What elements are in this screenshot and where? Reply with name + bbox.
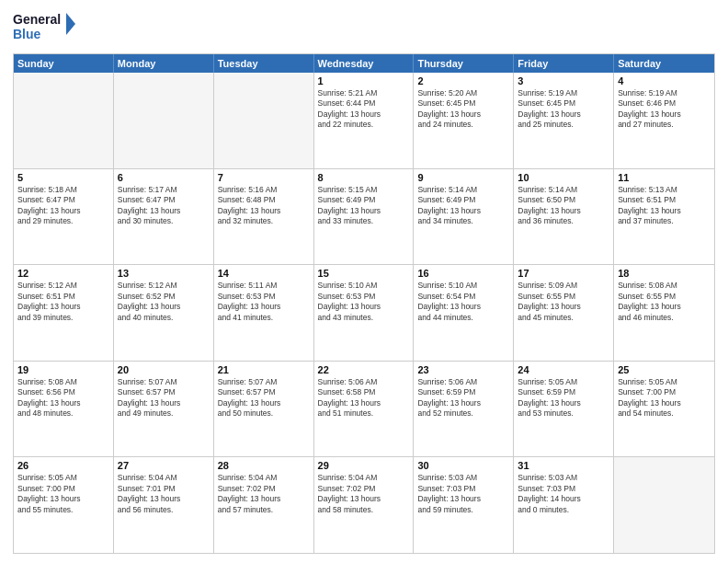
- calendar-cell: 12Sunrise: 5:12 AM Sunset: 6:51 PM Dayli…: [14, 265, 114, 361]
- day-number: 8: [318, 172, 410, 183]
- calendar-cell: 20Sunrise: 5:07 AM Sunset: 6:57 PM Dayli…: [114, 362, 214, 457]
- day-number: 19: [17, 364, 109, 375]
- cell-info: Sunrise: 5:06 AM Sunset: 6:59 PM Dayligh…: [417, 377, 509, 419]
- cell-info: Sunrise: 5:20 AM Sunset: 6:45 PM Dayligh…: [417, 88, 509, 131]
- calendar-cell: 29Sunrise: 5:04 AM Sunset: 7:02 PM Dayli…: [314, 457, 415, 553]
- weekday-header: Thursday: [414, 54, 514, 73]
- day-number: 1: [318, 75, 410, 86]
- calendar-cell: 16Sunrise: 5:10 AM Sunset: 6:54 PM Dayli…: [414, 265, 514, 361]
- cell-info: Sunrise: 5:08 AM Sunset: 6:56 PM Dayligh…: [17, 377, 109, 419]
- calendar-cell: 25Sunrise: 5:05 AM Sunset: 7:00 PM Dayli…: [614, 362, 714, 457]
- page: GeneralBlue SundayMondayTuesdayWednesday…: [0, 0, 728, 563]
- day-number: 21: [218, 364, 310, 375]
- day-number: 14: [218, 268, 310, 279]
- cell-info: Sunrise: 5:14 AM Sunset: 6:49 PM Dayligh…: [417, 185, 509, 227]
- calendar-cell: 13Sunrise: 5:12 AM Sunset: 6:52 PM Dayli…: [114, 265, 214, 361]
- day-number: 20: [118, 364, 210, 375]
- calendar-cell: 23Sunrise: 5:06 AM Sunset: 6:59 PM Dayli…: [414, 362, 514, 457]
- day-number: 18: [618, 268, 711, 279]
- weekday-header: Monday: [114, 54, 214, 73]
- day-number: 22: [318, 364, 410, 375]
- calendar-cell: 3Sunrise: 5:19 AM Sunset: 6:45 PM Daylig…: [514, 73, 614, 168]
- calendar-row: 5Sunrise: 5:18 AM Sunset: 6:47 PM Daylig…: [14, 169, 714, 266]
- calendar-cell: 15Sunrise: 5:10 AM Sunset: 6:53 PM Dayli…: [314, 265, 415, 361]
- cell-info: Sunrise: 5:08 AM Sunset: 6:55 PM Dayligh…: [618, 281, 711, 323]
- day-number: 24: [518, 364, 609, 375]
- logo-svg: GeneralBlue: [13, 9, 86, 48]
- day-number: 23: [417, 364, 509, 375]
- day-number: 27: [118, 460, 210, 471]
- day-number: 2: [417, 75, 509, 86]
- calendar-cell: [14, 73, 114, 168]
- cell-info: Sunrise: 5:07 AM Sunset: 6:57 PM Dayligh…: [218, 377, 310, 419]
- weekday-header: Saturday: [614, 54, 714, 73]
- cell-info: Sunrise: 5:05 AM Sunset: 7:00 PM Dayligh…: [17, 473, 109, 515]
- cell-info: Sunrise: 5:10 AM Sunset: 6:54 PM Dayligh…: [417, 281, 509, 323]
- day-number: 26: [17, 460, 109, 471]
- cell-info: Sunrise: 5:17 AM Sunset: 6:47 PM Dayligh…: [118, 185, 210, 227]
- calendar-cell: 21Sunrise: 5:07 AM Sunset: 6:57 PM Dayli…: [214, 362, 314, 457]
- calendar-cell: 19Sunrise: 5:08 AM Sunset: 6:56 PM Dayli…: [14, 362, 114, 457]
- day-number: 15: [318, 268, 410, 279]
- calendar-cell: 11Sunrise: 5:13 AM Sunset: 6:51 PM Dayli…: [614, 169, 714, 265]
- day-number: 25: [618, 364, 711, 375]
- calendar-cell: 10Sunrise: 5:14 AM Sunset: 6:50 PM Dayli…: [514, 169, 614, 265]
- calendar: SundayMondayTuesdayWednesdayThursdayFrid…: [13, 53, 715, 554]
- calendar-cell: 28Sunrise: 5:04 AM Sunset: 7:02 PM Dayli…: [214, 457, 314, 553]
- weekday-header: Wednesday: [314, 54, 415, 73]
- day-number: 9: [417, 172, 509, 183]
- calendar-cell: 4Sunrise: 5:19 AM Sunset: 6:46 PM Daylig…: [614, 73, 714, 168]
- logo: GeneralBlue: [13, 9, 86, 48]
- day-number: 12: [17, 268, 109, 279]
- cell-info: Sunrise: 5:21 AM Sunset: 6:44 PM Dayligh…: [318, 88, 410, 131]
- cell-info: Sunrise: 5:18 AM Sunset: 6:47 PM Dayligh…: [17, 185, 109, 227]
- calendar-cell: [614, 457, 714, 553]
- cell-info: Sunrise: 5:04 AM Sunset: 7:02 PM Dayligh…: [218, 473, 310, 515]
- calendar-cell: [214, 73, 314, 168]
- cell-info: Sunrise: 5:16 AM Sunset: 6:48 PM Dayligh…: [218, 185, 310, 227]
- calendar-cell: 6Sunrise: 5:17 AM Sunset: 6:47 PM Daylig…: [114, 169, 214, 265]
- cell-info: Sunrise: 5:03 AM Sunset: 7:03 PM Dayligh…: [417, 473, 509, 515]
- day-number: 28: [218, 460, 310, 471]
- day-number: 6: [118, 172, 210, 183]
- calendar-cell: 7Sunrise: 5:16 AM Sunset: 6:48 PM Daylig…: [214, 169, 314, 265]
- day-number: 30: [417, 460, 509, 471]
- cell-info: Sunrise: 5:07 AM Sunset: 6:57 PM Dayligh…: [118, 377, 210, 419]
- day-number: 4: [618, 75, 711, 86]
- cell-info: Sunrise: 5:05 AM Sunset: 6:59 PM Dayligh…: [518, 377, 609, 419]
- cell-info: Sunrise: 5:05 AM Sunset: 7:00 PM Dayligh…: [618, 377, 711, 419]
- calendar-cell: 18Sunrise: 5:08 AM Sunset: 6:55 PM Dayli…: [614, 265, 714, 361]
- calendar-cell: 5Sunrise: 5:18 AM Sunset: 6:47 PM Daylig…: [14, 169, 114, 265]
- day-number: 3: [518, 75, 609, 86]
- calendar-cell: 8Sunrise: 5:15 AM Sunset: 6:49 PM Daylig…: [314, 169, 415, 265]
- cell-info: Sunrise: 5:03 AM Sunset: 7:03 PM Dayligh…: [518, 473, 609, 515]
- weekday-header: Tuesday: [214, 54, 314, 73]
- calendar-cell: 1Sunrise: 5:21 AM Sunset: 6:44 PM Daylig…: [314, 73, 415, 168]
- calendar-cell: 9Sunrise: 5:14 AM Sunset: 6:49 PM Daylig…: [414, 169, 514, 265]
- calendar-cell: 17Sunrise: 5:09 AM Sunset: 6:55 PM Dayli…: [514, 265, 614, 361]
- calendar-row: 12Sunrise: 5:12 AM Sunset: 6:51 PM Dayli…: [14, 265, 714, 362]
- calendar-header: SundayMondayTuesdayWednesdayThursdayFrid…: [14, 54, 714, 73]
- calendar-row: 19Sunrise: 5:08 AM Sunset: 6:56 PM Dayli…: [14, 362, 714, 458]
- day-number: 31: [518, 460, 609, 471]
- cell-info: Sunrise: 5:10 AM Sunset: 6:53 PM Dayligh…: [318, 281, 410, 323]
- day-number: 16: [417, 268, 509, 279]
- day-number: 17: [518, 268, 609, 279]
- calendar-row: 1Sunrise: 5:21 AM Sunset: 6:44 PM Daylig…: [14, 73, 714, 169]
- cell-info: Sunrise: 5:12 AM Sunset: 6:52 PM Dayligh…: [118, 281, 210, 323]
- calendar-cell: 14Sunrise: 5:11 AM Sunset: 6:53 PM Dayli…: [214, 265, 314, 361]
- svg-text:General: General: [13, 12, 61, 27]
- svg-text:Blue: Blue: [13, 27, 41, 41]
- cell-info: Sunrise: 5:06 AM Sunset: 6:58 PM Dayligh…: [318, 377, 410, 419]
- calendar-cell: 30Sunrise: 5:03 AM Sunset: 7:03 PM Dayli…: [414, 457, 514, 553]
- day-number: 7: [218, 172, 310, 183]
- calendar-body: 1Sunrise: 5:21 AM Sunset: 6:44 PM Daylig…: [14, 73, 714, 553]
- cell-info: Sunrise: 5:14 AM Sunset: 6:50 PM Dayligh…: [518, 185, 609, 227]
- cell-info: Sunrise: 5:04 AM Sunset: 7:01 PM Dayligh…: [118, 473, 210, 515]
- cell-info: Sunrise: 5:04 AM Sunset: 7:02 PM Dayligh…: [318, 473, 410, 515]
- cell-info: Sunrise: 5:19 AM Sunset: 6:46 PM Dayligh…: [618, 88, 711, 131]
- cell-info: Sunrise: 5:11 AM Sunset: 6:53 PM Dayligh…: [218, 281, 310, 323]
- calendar-cell: 26Sunrise: 5:05 AM Sunset: 7:00 PM Dayli…: [14, 457, 114, 553]
- calendar-cell: 31Sunrise: 5:03 AM Sunset: 7:03 PM Dayli…: [514, 457, 614, 553]
- cell-info: Sunrise: 5:15 AM Sunset: 6:49 PM Dayligh…: [318, 185, 410, 227]
